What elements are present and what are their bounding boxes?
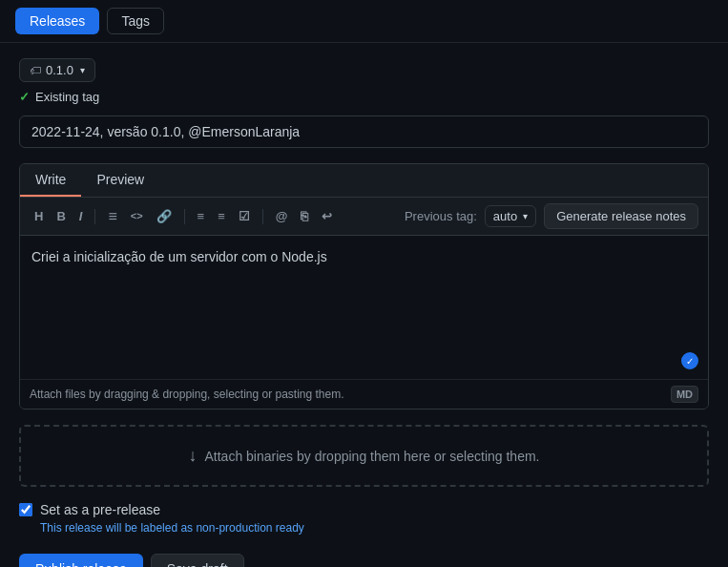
ordered-list-button[interactable]: ≡ (213, 207, 230, 225)
binaries-dropzone[interactable]: ↓ Attach binaries by dropping them here … (19, 425, 709, 487)
previous-tag-value: auto (493, 209, 517, 223)
editor-tabs: Write Preview (20, 164, 708, 198)
pre-release-section: Set as a pre-release This release will b… (19, 502, 709, 535)
code-button[interactable]: <> (126, 208, 148, 224)
avatar: ✓ (679, 350, 700, 371)
editor-footer: Attach files by dragging & dropping, sel… (20, 379, 708, 409)
italic-button[interactable]: I (74, 207, 88, 225)
editor-toolbar: H B I ≡ <> 🔗 ≡ ≡ ☑ @ ⎘ ↩ Previous tag: a… (20, 198, 708, 236)
undo-button[interactable]: ↩ (317, 207, 337, 225)
previous-tag-chevron: ▾ (523, 211, 528, 221)
write-tab[interactable]: Write (20, 164, 81, 197)
pre-release-description: This release will be labeled as non-prod… (40, 521, 709, 535)
chevron-down-icon: ▾ (80, 65, 85, 75)
unordered-list-button[interactable]: ≡ (193, 207, 210, 225)
mention-button[interactable]: @ (271, 207, 293, 225)
main-content: 🏷 0.1.0 ▾ ✓ Existing tag Write Preview H… (0, 43, 728, 567)
preview-tab[interactable]: Preview (81, 164, 159, 197)
pre-release-label: Set as a pre-release (40, 502, 160, 517)
binaries-text: Attach binaries by dropping them here or… (205, 449, 540, 464)
pre-release-checkbox[interactable] (19, 503, 32, 516)
tag-value: 0.1.0 (46, 63, 73, 77)
releases-tab[interactable]: Releases (15, 8, 99, 34)
previous-tag-label: Previous tag: (405, 209, 477, 223)
tags-tab[interactable]: Tags (107, 8, 164, 34)
publish-release-button[interactable]: Publish release (19, 554, 143, 567)
actions-row: Publish release Save draft (19, 554, 709, 567)
checkmark-icon: ✓ (19, 90, 30, 104)
editor-content: Criei a inicialização de um servidor com… (31, 247, 697, 267)
quote-button[interactable]: ≡ (103, 206, 121, 227)
toolbar-right: Previous tag: auto ▾ Generate release no… (405, 203, 698, 229)
save-draft-button[interactable]: Save draft (151, 554, 244, 567)
markdown-badge: MD (671, 386, 698, 403)
existing-tag-row: ✓ Existing tag (19, 90, 709, 104)
pre-release-row: Set as a pre-release (19, 502, 709, 517)
top-nav: Releases Tags (0, 0, 728, 43)
attach-files-text: Attach files by dragging & dropping, sel… (30, 388, 344, 401)
task-list-button[interactable]: ☑ (234, 207, 255, 225)
separator-1 (94, 209, 95, 224)
editor-body[interactable]: Criei a inicialização de um servidor com… (20, 236, 708, 379)
link-button[interactable]: 🔗 (152, 207, 177, 225)
bold-button[interactable]: B (52, 207, 70, 225)
commit-input[interactable] (19, 116, 709, 148)
previous-tag-select[interactable]: auto ▾ (485, 205, 536, 227)
tag-selector[interactable]: 🏷 0.1.0 ▾ (19, 58, 95, 82)
generate-release-notes-button[interactable]: Generate release notes (544, 203, 698, 229)
heading-button[interactable]: H (30, 207, 48, 225)
ref-button[interactable]: ⎘ (296, 207, 313, 225)
tag-icon: 🏷 (30, 64, 41, 77)
separator-2 (184, 209, 185, 224)
existing-tag-label: Existing tag (35, 90, 99, 104)
down-arrow-icon: ↓ (189, 446, 198, 466)
editor-container: Write Preview H B I ≡ <> 🔗 ≡ ≡ ☑ @ ⎘ ↩ P… (19, 163, 709, 410)
tag-selector-row: 🏷 0.1.0 ▾ (19, 58, 709, 82)
separator-3 (262, 209, 263, 224)
